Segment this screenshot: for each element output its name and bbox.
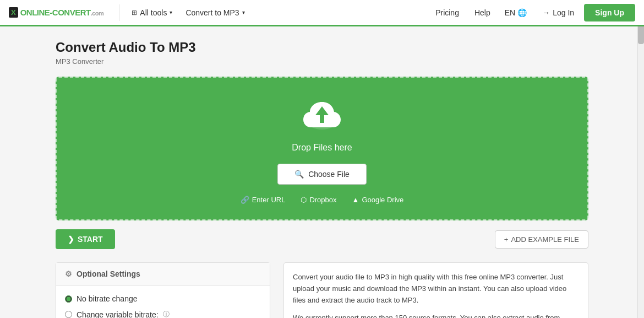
info-panel: Convert your audio file to MP3 in high q… (283, 262, 588, 318)
logo-icon: X (9, 7, 18, 18)
upload-cloud-icon (302, 98, 342, 138)
chevron-down-icon-2: ▾ (242, 9, 245, 15)
info-text-pre: We currently support more than 150 sourc… (293, 314, 560, 318)
google-drive-link[interactable]: ▲ Google Drive (352, 196, 404, 204)
settings-body: No bitrate change Change variable bitrat… (56, 285, 270, 318)
bottom-section: ⚙ Optional Settings No bitrate change Ch… (56, 262, 588, 318)
scrollbar[interactable] (637, 0, 644, 318)
google-drive-icon: ▲ (352, 196, 359, 204)
variable-bitrate-radio[interactable] (65, 311, 72, 318)
logo-text: ONLINE-CONVERT.com (20, 8, 104, 17)
pricing-label: Pricing (435, 8, 459, 17)
login-label: Log In (553, 8, 574, 17)
dropbox-icon: ⬡ (301, 196, 307, 204)
add-example-label: ADD EXAMPLE FILE (511, 235, 579, 244)
settings-header: ⚙ Optional Settings (56, 263, 270, 285)
help-label: Help (474, 8, 490, 17)
info-paragraph-1: Convert your audio file to MP3 in high q… (293, 272, 579, 306)
action-row: ❯ START + ADD EXAMPLE FILE (56, 229, 588, 249)
plus-icon: + (504, 235, 509, 244)
convert-label: Convert to MP3 (185, 8, 239, 17)
all-tools-nav[interactable]: ⊞ All tools ▾ (125, 0, 179, 26)
no-bitrate-radio[interactable] (65, 295, 72, 303)
info-icon[interactable]: ⓘ (163, 310, 170, 318)
google-drive-label: Google Drive (362, 196, 403, 204)
header: X ONLINE-CONVERT.com ⊞ All tools ▾ Conve… (0, 0, 644, 26)
all-tools-label: All tools (140, 8, 167, 17)
lang-label: EN (505, 8, 515, 17)
drop-text: Drop Files here (292, 143, 352, 153)
header-right: Pricing Help EN 🌐 → Log In Sign Up (429, 0, 635, 26)
logo[interactable]: X ONLINE-CONVERT.com (9, 7, 103, 18)
language-selector[interactable]: EN 🌐 (499, 6, 532, 19)
dropbox-link[interactable]: ⬡ Dropbox (301, 196, 336, 204)
login-icon: → (542, 8, 550, 17)
gear-icon: ⚙ (65, 270, 72, 278)
link-icon: 🔗 (241, 196, 249, 204)
help-nav[interactable]: Help (468, 0, 497, 26)
upload-options: 🔗 Enter URL ⬡ Dropbox ▲ Google Drive (241, 196, 404, 204)
nav-divider (119, 4, 119, 21)
drop-zone[interactable]: Drop Files here 🔍 Choose File 🔗 Enter UR… (56, 77, 588, 220)
enter-url-link[interactable]: 🔗 Enter URL (241, 196, 286, 204)
signup-label: Sign Up (595, 8, 624, 17)
variable-bitrate-label[interactable]: Change variable bitrate: (77, 310, 159, 319)
convert-to-mp3-nav[interactable]: Convert to MP3 ▾ (179, 0, 251, 26)
grid-icon: ⊞ (132, 9, 137, 17)
chevron-right-icon: ❯ (68, 235, 74, 244)
settings-panel: ⚙ Optional Settings No bitrate change Ch… (56, 262, 270, 318)
page-subtitle: MP3 Converter (56, 57, 588, 66)
signup-button[interactable]: Sign Up (584, 4, 635, 21)
enter-url-label: Enter URL (252, 196, 286, 204)
no-bitrate-option: No bitrate change (65, 294, 261, 303)
globe-icon: 🌐 (517, 8, 527, 17)
add-example-button[interactable]: + ADD EXAMPLE FILE (495, 230, 588, 249)
start-label: START (78, 235, 103, 244)
search-icon: 🔍 (294, 170, 304, 179)
pricing-nav[interactable]: Pricing (429, 0, 466, 26)
no-bitrate-label[interactable]: No bitrate change (77, 294, 138, 303)
settings-header-label: Optional Settings (77, 270, 140, 278)
dropbox-label: Dropbox (309, 196, 336, 204)
info-paragraph-2: We currently support more than 150 sourc… (293, 312, 579, 318)
page-title: Convert Audio To MP3 (56, 40, 588, 55)
login-button[interactable]: → Log In (534, 5, 582, 20)
variable-bitrate-option: Change variable bitrate: ⓘ 170...210 kbp… (65, 310, 261, 318)
main-content: Convert Audio To MP3 MP3 Converter Drop … (47, 26, 597, 318)
choose-file-button[interactable]: 🔍 Choose File (277, 164, 367, 185)
start-button[interactable]: ❯ START (56, 229, 115, 249)
choose-file-label: Choose File (308, 170, 350, 179)
chevron-down-icon: ▾ (170, 9, 172, 15)
